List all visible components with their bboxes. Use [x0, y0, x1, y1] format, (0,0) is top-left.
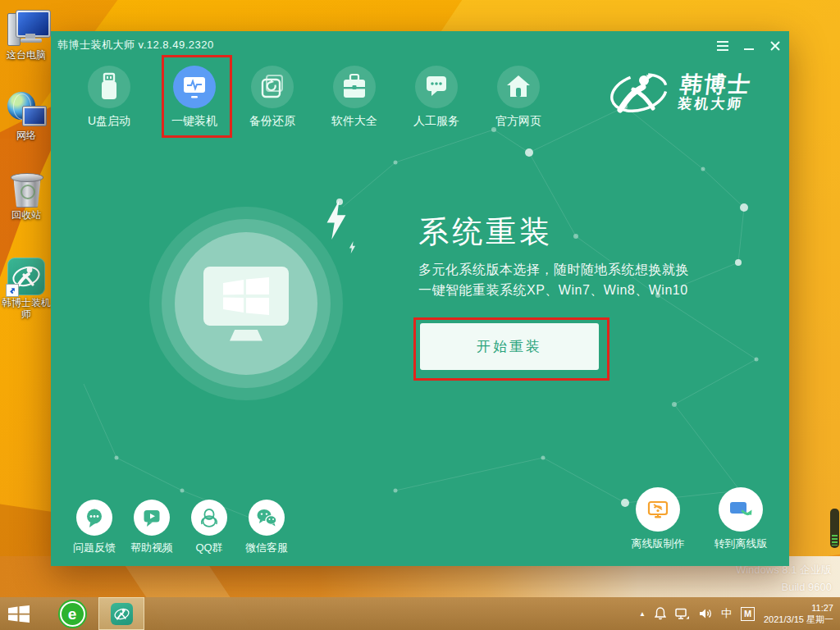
- footer-label: 帮助视频: [123, 541, 180, 555]
- nav-label: 软件大全: [317, 114, 391, 129]
- wechat-icon: [255, 507, 278, 528]
- desktop-icon-label: 网络: [1, 130, 52, 141]
- hamburger-menu-icon[interactable]: [715, 39, 730, 52]
- this-pc-icon: [6, 10, 47, 48]
- nav-item-official-site[interactable]: 官方网页: [482, 66, 555, 129]
- nav-item-backup-restore[interactable]: 备份还原: [235, 66, 309, 129]
- nav-item-usb-boot[interactable]: U盘启动: [72, 66, 146, 129]
- monitor-pulse-icon: [173, 66, 216, 108]
- footer-label: 问题反馈: [66, 541, 123, 555]
- qq-penguin-icon: [199, 507, 220, 528]
- green-e-browser-icon: e: [60, 601, 85, 627]
- offline-make-monitor-icon: [646, 497, 670, 522]
- ime-chinese-indicator[interactable]: 中: [721, 606, 732, 621]
- footer-label: 转到离线版: [700, 536, 782, 551]
- desktop-icon-network[interactable]: 网络: [1, 87, 52, 141]
- watermark-build: Build 9600: [736, 578, 832, 596]
- nav-item-human-service[interactable]: 人工服务: [399, 66, 473, 129]
- app-logo: 韩博士 装机大师: [607, 67, 751, 118]
- logo-name-line2: 装机大师: [677, 96, 750, 112]
- desktop-icon-label: 韩博士装机师: [1, 297, 52, 320]
- footer-label: QQ群: [180, 541, 238, 555]
- clock-date: 2021/3/15 星期一: [764, 614, 833, 625]
- desktop-icon-this-pc[interactable]: 这台电脑: [1, 7, 52, 61]
- video-help-icon: [141, 507, 162, 528]
- nav-label: 一键装机: [158, 114, 231, 129]
- footer-item-wechat-service[interactable]: 微信客服: [238, 500, 295, 555]
- goto-offline-arrow-icon: [728, 497, 754, 522]
- start-button[interactable]: [0, 597, 38, 630]
- hanboshi-app-icon: [111, 603, 133, 625]
- feedback-bubble-icon: [84, 507, 105, 528]
- nav-label: 人工服务: [399, 114, 473, 129]
- chat-dots-icon: [415, 66, 458, 108]
- desktop-icon-recycle-bin[interactable]: 回收站: [1, 167, 52, 221]
- footer-label: 微信客服: [238, 541, 295, 555]
- volume-icon[interactable]: [699, 608, 712, 619]
- clock-time: 11:27: [764, 602, 833, 614]
- taskbar-browser-button[interactable]: e: [56, 597, 89, 630]
- notifications-bell-icon[interactable]: [655, 607, 666, 620]
- backup-restore-icon: [251, 66, 294, 108]
- taskbar-clock[interactable]: 11:27 2021/3/15 星期一: [764, 602, 833, 625]
- network-tray-icon[interactable]: [675, 608, 690, 620]
- footer-item-offline-make[interactable]: 离线版制作: [617, 487, 699, 551]
- desktop-gadget-pill: [830, 509, 839, 548]
- hero-title: 系统重装: [418, 212, 553, 253]
- footer-item-qq-group[interactable]: QQ群: [180, 500, 238, 555]
- network-icon: [6, 90, 47, 128]
- briefcase-icon: [333, 66, 376, 108]
- taskbar-hanboshi-button-active[interactable]: [98, 597, 144, 630]
- hero-monitor-graphic: [175, 232, 317, 375]
- nav-label: U盘启动: [72, 114, 146, 129]
- lightning-bolt-icon: [324, 200, 349, 240]
- footer-label: 离线版制作: [617, 536, 699, 551]
- close-icon[interactable]: [768, 39, 783, 52]
- app-window: 韩博士装机大师 v.12.8.49.2320 U盘启动 一键装机: [51, 31, 789, 566]
- usb-drive-icon: [88, 66, 130, 108]
- home-icon: [497, 66, 540, 108]
- nav-label: 备份还原: [235, 114, 309, 129]
- desktop: 这台电脑 网络 回收站 韩博士装机师 Windows 8.: [0, 0, 840, 630]
- hanboshi-shortcut-icon: [7, 258, 45, 295]
- windows-start-icon: [8, 605, 30, 623]
- system-tray: ▲ 中 M 11:27 2021/3/15 星期一: [639, 602, 840, 625]
- window-title: 韩博士装机大师 v.12.8.49.2320: [57, 38, 214, 52]
- desktop-icon-hanboshi[interactable]: 韩博士装机师: [1, 254, 52, 320]
- lightning-bolt-small-icon: [348, 241, 357, 253]
- start-reinstall-button[interactable]: 开始重装: [420, 323, 599, 370]
- windows-monitor-icon: [203, 267, 289, 326]
- footer-item-help-video[interactable]: 帮助视频: [123, 500, 180, 555]
- windows-watermark: Windows 8.1 企业版 Build 9600: [736, 561, 832, 596]
- hero-subtitle: 多元化系统版本选择，随时随地系统想换就换 一键智能重装系统XP、Win7、Win…: [418, 259, 689, 300]
- logo-name-line1: 韩博士: [679, 73, 753, 96]
- nav-label: 官方网页: [482, 114, 555, 129]
- taskbar: e ▲ 中 M: [0, 597, 840, 630]
- hanboshi-figure-logo: [607, 67, 671, 118]
- footer-item-feedback[interactable]: 问题反馈: [66, 500, 123, 555]
- minimize-icon[interactable]: [742, 39, 756, 52]
- nav-item-software[interactable]: 软件大全: [317, 66, 391, 129]
- show-hidden-icons-icon[interactable]: ▲: [639, 610, 646, 618]
- nav-item-one-key-install[interactable]: 一键装机: [158, 66, 231, 129]
- desktop-icon-label: 回收站: [1, 209, 52, 221]
- recycle-bin-icon: [8, 170, 44, 208]
- footer-item-goto-offline[interactable]: 转到离线版: [700, 487, 782, 551]
- shortcut-arrow-badge: [6, 284, 19, 297]
- desktop-icon-label: 这台电脑: [1, 49, 52, 61]
- keyboard-layout-indicator[interactable]: M: [741, 607, 755, 621]
